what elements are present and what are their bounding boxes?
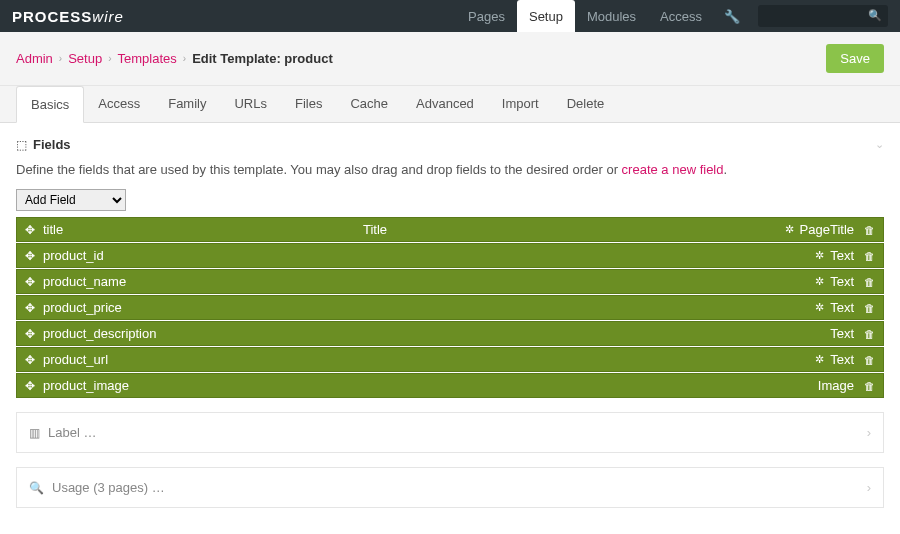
drag-icon[interactable]: ✥: [25, 353, 35, 367]
add-field-wrap: Add Field: [16, 189, 884, 211]
usage-panel-text: Usage (3 pages) …: [52, 480, 165, 495]
field-name: product_price: [43, 300, 363, 315]
gear-icon[interactable]: ✲: [815, 275, 824, 288]
field-name: product_image: [43, 378, 363, 393]
field-row[interactable]: ✥product_imageImage🗑: [16, 373, 884, 398]
field-type: Text: [830, 300, 854, 315]
drag-icon[interactable]: ✥: [25, 327, 35, 341]
field-type-wrap: Text🗑: [830, 326, 875, 341]
nav-modules[interactable]: Modules: [575, 0, 648, 32]
gear-icon[interactable]: ✲: [785, 223, 794, 236]
bc-admin[interactable]: Admin: [16, 51, 53, 66]
drag-icon[interactable]: ✥: [25, 301, 35, 315]
barcode-icon: ▥: [29, 426, 40, 440]
tab-family[interactable]: Family: [154, 86, 220, 122]
field-type-wrap: ✲ PageTitle 🗑: [785, 222, 875, 237]
bc-templates[interactable]: Templates: [118, 51, 177, 66]
tab-import[interactable]: Import: [488, 86, 553, 122]
field-label: Title: [363, 222, 785, 237]
drag-icon[interactable]: ✥: [25, 275, 35, 289]
field-type: Image: [818, 378, 854, 393]
chevron-right-icon: ›: [867, 425, 871, 440]
search-wrap: 🔍: [750, 5, 888, 27]
nav-access[interactable]: Access: [648, 0, 714, 32]
logo-italic: wire: [92, 8, 124, 25]
tabs: Basics Access Family URLs Files Cache Ad…: [0, 86, 900, 123]
gear-icon[interactable]: ✲: [815, 249, 824, 262]
trash-icon[interactable]: 🗑: [864, 250, 875, 262]
bc-sep: ›: [59, 53, 62, 64]
wrench-icon[interactable]: 🔧: [714, 9, 750, 24]
label-panel-text: Label …: [48, 425, 96, 440]
fields-icon: ⬚: [16, 138, 27, 152]
logo: PROCESSwire: [12, 8, 124, 25]
tab-urls[interactable]: URLs: [220, 86, 281, 122]
field-type-wrap: Image🗑: [818, 378, 875, 393]
logo-bold: PROCESS: [12, 8, 92, 25]
trash-icon[interactable]: 🗑: [864, 328, 875, 340]
tab-advanced[interactable]: Advanced: [402, 86, 488, 122]
breadcrumb-bar: Admin › Setup › Templates › Edit Templat…: [0, 32, 900, 86]
chevron-right-icon: ›: [867, 480, 871, 495]
nav-pages[interactable]: Pages: [456, 0, 517, 32]
desc-text: Define the fields that are used by this …: [16, 162, 622, 177]
gear-icon[interactable]: ✲: [815, 353, 824, 366]
field-row[interactable]: ✥product_price✲Text🗑: [16, 295, 884, 320]
bc-setup[interactable]: Setup: [68, 51, 102, 66]
usage-panel[interactable]: 🔍 Usage (3 pages) … ›: [16, 467, 884, 508]
field-type: Text: [830, 326, 854, 341]
top-bar: PROCESSwire Pages Setup Modules Access 🔧…: [0, 0, 900, 32]
field-type: Text: [830, 274, 854, 289]
label-panel[interactable]: ▥ Label … ›: [16, 412, 884, 453]
field-type-wrap: ✲Text🗑: [815, 248, 875, 263]
drag-icon[interactable]: ✥: [25, 223, 35, 237]
field-row[interactable]: ✥product_descriptionText🗑: [16, 321, 884, 346]
tab-files[interactable]: Files: [281, 86, 336, 122]
tab-basics[interactable]: Basics: [16, 86, 84, 123]
field-type: Text: [830, 248, 854, 263]
field-name: title: [43, 222, 363, 237]
field-row[interactable]: ✥product_url✲Text🗑: [16, 347, 884, 372]
add-field-select[interactable]: Add Field: [16, 189, 126, 211]
search-icon-panel: 🔍: [29, 481, 44, 495]
field-type: PageTitle: [800, 222, 854, 237]
tab-access[interactable]: Access: [84, 86, 154, 122]
desc-after: .: [724, 162, 728, 177]
trash-icon[interactable]: 🗑: [864, 380, 875, 392]
drag-icon[interactable]: ✥: [25, 249, 35, 263]
trash-icon[interactable]: 🗑: [864, 354, 875, 366]
content: ⬚ Fields ⌄ Define the fields that are us…: [0, 123, 900, 522]
bc-current: Edit Template: product: [192, 51, 333, 66]
tab-cache[interactable]: Cache: [336, 86, 402, 122]
bc-sep: ›: [108, 53, 111, 64]
field-row-header[interactable]: ✥ title Title ✲ PageTitle 🗑: [16, 217, 884, 242]
create-field-link[interactable]: create a new field: [622, 162, 724, 177]
field-type-wrap: ✲Text🗑: [815, 274, 875, 289]
save-button-top[interactable]: Save: [826, 44, 884, 73]
field-row[interactable]: ✥product_id✲Text🗑: [16, 243, 884, 268]
drag-icon[interactable]: ✥: [25, 379, 35, 393]
top-nav: Pages Setup Modules Access 🔧 🔍: [456, 0, 888, 32]
trash-icon[interactable]: 🗑: [864, 276, 875, 288]
trash-icon[interactable]: 🗑: [864, 224, 875, 236]
chevron-down-icon: ⌄: [875, 138, 884, 151]
trash-icon[interactable]: 🗑: [864, 302, 875, 314]
field-row[interactable]: ✥product_name✲Text🗑: [16, 269, 884, 294]
gear-icon[interactable]: ✲: [815, 301, 824, 314]
fields-title: Fields: [33, 137, 71, 152]
fields-header[interactable]: ⬚ Fields ⌄: [16, 137, 884, 152]
field-name: product_id: [43, 248, 363, 263]
fields-desc: Define the fields that are used by this …: [16, 162, 884, 177]
field-type: Text: [830, 352, 854, 367]
field-name: product_name: [43, 274, 363, 289]
tab-delete[interactable]: Delete: [553, 86, 619, 122]
field-name: product_url: [43, 352, 363, 367]
field-type-wrap: ✲Text🗑: [815, 300, 875, 315]
field-type-wrap: ✲Text🗑: [815, 352, 875, 367]
search-icon: 🔍: [868, 9, 882, 22]
field-name: product_description: [43, 326, 363, 341]
bc-sep: ›: [183, 53, 186, 64]
nav-setup[interactable]: Setup: [517, 0, 575, 32]
